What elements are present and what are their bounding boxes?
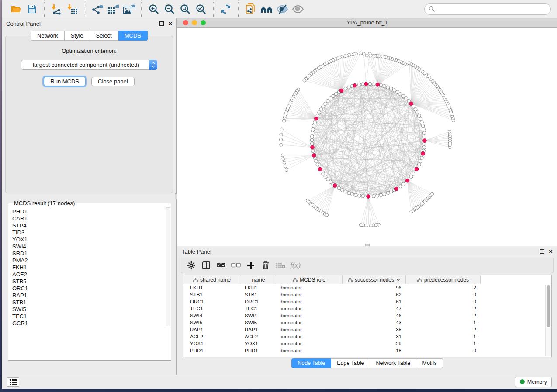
table-cell[interactable]: PHD1 bbox=[183, 347, 241, 354]
mcds-result-item[interactable]: GCR1 bbox=[12, 320, 171, 327]
leaf-node[interactable] bbox=[279, 138, 282, 141]
network-node[interactable] bbox=[399, 185, 402, 188]
leaf-node[interactable] bbox=[448, 130, 451, 133]
mcds-result-item[interactable]: SWI4 bbox=[12, 243, 171, 250]
mcds-hub-node[interactable] bbox=[311, 145, 315, 149]
network-node[interactable] bbox=[344, 87, 347, 90]
table-cell[interactable]: 18 bbox=[343, 347, 406, 354]
network-node[interactable] bbox=[417, 114, 421, 117]
horizontal-splitter-handle[interactable] bbox=[365, 244, 370, 246]
table-row[interactable]: FKH1FKH1dominator962 bbox=[183, 284, 551, 291]
column-visibility-icon[interactable] bbox=[200, 259, 213, 272]
tab-edge-table[interactable]: Edge Table bbox=[331, 358, 370, 368]
network-node[interactable] bbox=[329, 180, 332, 184]
table-cell[interactable]: dominator bbox=[276, 347, 343, 354]
network-node[interactable] bbox=[329, 97, 332, 100]
table-cell[interactable]: ACE2 bbox=[183, 333, 241, 340]
deselect-all-rows-icon[interactable] bbox=[229, 259, 242, 272]
network-node[interactable] bbox=[379, 193, 383, 197]
mcds-hub-node[interactable] bbox=[376, 83, 380, 87]
table-cell[interactable]: ORC1 bbox=[241, 298, 276, 305]
mcds-result-item[interactable]: PMA2 bbox=[12, 257, 171, 264]
delete-column-icon[interactable] bbox=[259, 259, 272, 272]
table-cell[interactable]: 1 bbox=[406, 333, 481, 340]
network-node[interactable] bbox=[358, 194, 361, 197]
export-network-icon[interactable] bbox=[90, 2, 105, 16]
table-cell[interactable]: 2 bbox=[406, 305, 481, 312]
export-table-icon[interactable] bbox=[105, 2, 121, 16]
mcds-result-scrollbar[interactable] bbox=[166, 207, 170, 326]
column-header-successor-nodes[interactable]: successor nodes bbox=[343, 275, 406, 284]
clone-network-icon[interactable] bbox=[243, 2, 259, 16]
close-panel-button[interactable]: Close panel bbox=[91, 77, 135, 86]
network-node[interactable] bbox=[361, 195, 365, 198]
network-node[interactable] bbox=[344, 190, 347, 193]
mcds-result-item[interactable]: STP4 bbox=[12, 222, 171, 229]
table-row[interactable]: SWI4SWI4dominator462 bbox=[183, 312, 551, 319]
network-node[interactable] bbox=[383, 193, 386, 196]
table-cell[interactable]: 2 bbox=[406, 312, 481, 319]
network-node[interactable] bbox=[422, 127, 426, 131]
tab-select[interactable]: Select bbox=[90, 31, 118, 41]
table-close-panel-icon[interactable]: × bbox=[549, 249, 553, 254]
close-panel-icon[interactable]: × bbox=[168, 21, 172, 26]
table-cell[interactable]: dominator bbox=[276, 291, 343, 298]
network-node[interactable] bbox=[368, 82, 372, 86]
network-node[interactable] bbox=[310, 138, 314, 142]
mcds-hub-node[interactable] bbox=[423, 139, 427, 143]
network-node[interactable] bbox=[417, 163, 421, 166]
network-node[interactable] bbox=[405, 97, 408, 100]
network-node[interactable] bbox=[316, 163, 319, 166]
table-cell[interactable]: SWI5 bbox=[183, 319, 241, 326]
network-node[interactable] bbox=[372, 195, 376, 198]
network-node[interactable] bbox=[318, 111, 321, 114]
table-cell[interactable]: dominator bbox=[276, 284, 343, 291]
table-settings-gear-icon[interactable] bbox=[185, 259, 198, 272]
zoom-selected-icon[interactable] bbox=[193, 2, 209, 16]
network-canvas[interactable] bbox=[177, 28, 557, 246]
network-node[interactable] bbox=[420, 156, 424, 160]
tab-style[interactable]: Style bbox=[65, 31, 90, 41]
mcds-result-item[interactable]: CAR1 bbox=[12, 215, 171, 222]
leaf-node[interactable] bbox=[280, 133, 283, 136]
network-node[interactable] bbox=[419, 117, 422, 121]
table-cell[interactable]: dominator bbox=[276, 312, 343, 319]
float-panel-icon[interactable] bbox=[159, 21, 164, 26]
column-header-shared-name[interactable]: shared name bbox=[183, 275, 241, 284]
table-cell[interactable]: 46 bbox=[343, 312, 406, 319]
table-scrollbar-thumb[interactable] bbox=[547, 285, 550, 327]
table-cell[interactable]: PHD1 bbox=[241, 347, 276, 354]
network-node[interactable] bbox=[386, 191, 390, 195]
network-node[interactable] bbox=[310, 142, 314, 145]
table-row[interactable]: SWI5SWI5connector431 bbox=[183, 319, 551, 326]
mcds-result-item[interactable]: SRD1 bbox=[12, 250, 171, 257]
table-cell[interactable]: STB1 bbox=[183, 291, 241, 298]
open-file-icon[interactable] bbox=[8, 2, 24, 16]
mcds-result-item[interactable]: ORC1 bbox=[12, 285, 171, 292]
leaf-node[interactable] bbox=[303, 79, 306, 82]
mcds-result-item[interactable]: YOX1 bbox=[12, 236, 171, 243]
leaf-node[interactable] bbox=[281, 154, 284, 157]
network-node[interactable] bbox=[337, 186, 341, 190]
network-node[interactable] bbox=[393, 89, 396, 92]
mcds-hub-node[interactable] bbox=[415, 167, 419, 171]
network-node[interactable] bbox=[310, 135, 314, 138]
table-cell[interactable]: connector bbox=[276, 340, 343, 347]
network-node[interactable] bbox=[311, 149, 315, 153]
table-cell[interactable]: 62 bbox=[343, 291, 406, 298]
table-cell[interactable]: 0 bbox=[406, 347, 481, 354]
network-node[interactable] bbox=[372, 83, 376, 86]
table-cell[interactable]: 0 bbox=[406, 298, 481, 305]
table-cell[interactable]: 47 bbox=[343, 305, 406, 312]
network-node[interactable] bbox=[414, 108, 417, 111]
column-header-predecessor-nodes[interactable]: predecessor nodes bbox=[406, 275, 481, 284]
mcds-hub-node[interactable] bbox=[405, 179, 409, 183]
network-node[interactable] bbox=[402, 94, 405, 98]
network-node[interactable] bbox=[313, 121, 317, 124]
leaf-node[interactable] bbox=[283, 119, 286, 122]
network-node[interactable] bbox=[412, 172, 415, 175]
tab-network[interactable]: Network bbox=[31, 31, 65, 41]
tab-network-table[interactable]: Network Table bbox=[370, 358, 417, 368]
mcds-result-item[interactable]: PHD1 bbox=[12, 208, 171, 215]
export-image-icon[interactable] bbox=[121, 2, 137, 16]
